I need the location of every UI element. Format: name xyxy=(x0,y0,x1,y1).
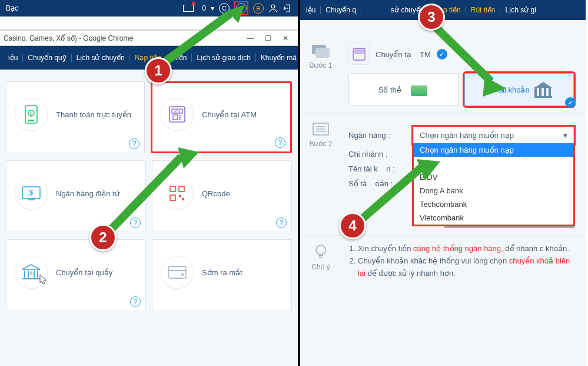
atm-title-pre: Chuyển tạ xyxy=(376,50,411,59)
ebank-icon: $ xyxy=(15,177,48,210)
svg-text:$: $ xyxy=(29,271,32,276)
check-icon: ✓ xyxy=(565,97,576,108)
bank-select-value: Chọn ngân hàng muốn nạp xyxy=(420,131,514,140)
lightbulb-icon xyxy=(312,243,330,261)
nav-item[interactable]: Lịch sử chuyển xyxy=(71,54,129,62)
bank-select[interactable]: Chọn ngân hàng muốn nạp ▾ Chọn ngân hàng… xyxy=(413,127,574,144)
svg-rect-8 xyxy=(173,115,178,120)
svg-marker-47 xyxy=(483,77,506,97)
form-icon xyxy=(311,121,331,137)
chrome-titlebar: Casino. Games, Xổ số) - Google Chrome — … xyxy=(0,31,298,46)
svg-line-46 xyxy=(434,26,491,81)
pay-online-label: Thanh toán trực tuyến xyxy=(56,110,131,119)
rank-badge: Bạc xyxy=(6,4,18,12)
svg-line-42 xyxy=(162,14,230,64)
svg-text:$: $ xyxy=(30,111,33,117)
svg-rect-4 xyxy=(28,120,34,121)
nav-item[interactable]: Khuyến mã xyxy=(255,54,298,62)
step2-label-block: Bước 2 xyxy=(300,121,341,228)
nav-withdraw[interactable]: Rút tiền xyxy=(466,6,500,14)
annotation-arrow-3 xyxy=(426,22,520,99)
bank-label: Ngân hàng : xyxy=(348,131,413,140)
annotation-arrow-1 xyxy=(159,6,253,77)
top-bar: Bạc 0 ▾ C N R xyxy=(0,0,298,17)
svg-marker-20 xyxy=(22,265,40,269)
card-number-label: Số thẻ xyxy=(378,85,401,94)
cursor-icon xyxy=(39,274,48,287)
annotation-badge-1: 1 xyxy=(145,57,172,84)
atm-transfer-label: Chuyển tại ATM xyxy=(202,110,257,119)
note-item: Chuyển khoản khác hệ thống vui lòng chọn… xyxy=(358,255,574,280)
note-label: Chú ý xyxy=(300,263,341,271)
step2-label: Bước 2 xyxy=(300,140,341,148)
chevron-down-icon: ▾ xyxy=(563,131,567,140)
help-icon[interactable]: ? xyxy=(275,137,285,148)
pay-online-icon: $ xyxy=(15,98,48,131)
step1-label: Bước 1 xyxy=(300,61,341,70)
cards-icon xyxy=(311,44,331,59)
svg-marker-45 xyxy=(178,147,199,169)
svg-point-0 xyxy=(271,5,275,8)
annotation-arrow-4 xyxy=(357,154,451,231)
step1-label-block: Bước 1 xyxy=(300,44,341,106)
card-placeholder-icon xyxy=(161,256,194,289)
annotation-badge-3: 3 xyxy=(418,4,445,31)
svg-point-39 xyxy=(316,245,325,255)
nav-item[interactable]: iệu xyxy=(301,6,320,14)
svg-text:$: $ xyxy=(29,189,34,197)
logout-icon[interactable] xyxy=(283,4,292,13)
help-icon[interactable]: ? xyxy=(276,217,287,228)
annotation-badge-4: 4 xyxy=(339,212,366,239)
annotation-arrow-2 xyxy=(105,139,211,239)
window-close-icon[interactable]: ✕ xyxy=(277,34,294,42)
atm-small-icon: ATM xyxy=(348,44,370,65)
cards-icon xyxy=(406,82,428,97)
window-maximize-icon[interactable]: ☐ xyxy=(259,34,277,42)
note-list: Xin chuyển tiền cùng hệ thống ngân hàng,… xyxy=(348,243,574,279)
atm-icon: ATM xyxy=(161,98,194,131)
note-item: Xin chuyển tiền cùng hệ thống ngân hàng,… xyxy=(358,243,574,255)
svg-line-44 xyxy=(108,157,181,232)
bank-building-icon xyxy=(534,82,552,97)
note-label-block: Chú ý xyxy=(300,243,341,279)
user-icon[interactable] xyxy=(268,4,278,13)
annotation-badge-2: 2 xyxy=(89,224,117,251)
r-icon[interactable]: R xyxy=(253,3,264,14)
svg-text:ATM: ATM xyxy=(174,110,180,113)
svg-marker-43 xyxy=(227,5,249,25)
nav-item[interactable]: Chuyển q xyxy=(320,6,361,14)
coming-soon-card: Sớm ra mắt xyxy=(152,239,292,311)
coming-soon-label: Sớm ra mắt xyxy=(202,268,242,277)
nav-item[interactable]: iệu xyxy=(4,54,22,62)
nav-item[interactable]: Chuyển quỹ xyxy=(22,54,71,62)
counter-transfer-label: Chuyển tại quầy xyxy=(56,268,112,277)
svg-point-29 xyxy=(181,273,184,276)
help-icon[interactable]: ? xyxy=(130,296,141,307)
counter-transfer-card[interactable]: $ Chuyển tại quầy ? xyxy=(6,239,146,311)
svg-line-48 xyxy=(360,167,421,220)
nav-history[interactable]: Lịch sử gi xyxy=(500,6,540,14)
chrome-title: Casino. Games, Xổ số) - Google Chrome xyxy=(4,34,133,42)
svg-text:ATM: ATM xyxy=(357,50,361,53)
svg-rect-31 xyxy=(315,48,330,58)
svg-rect-27 xyxy=(168,266,186,278)
